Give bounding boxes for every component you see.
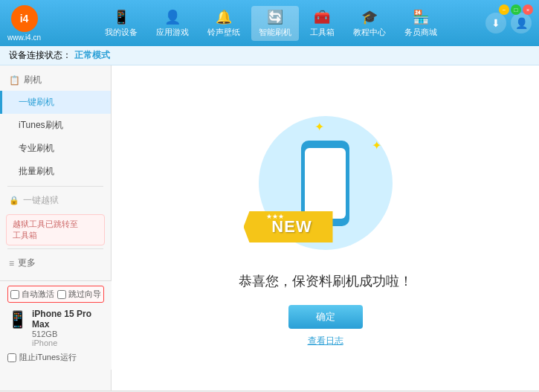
itunes-label: 阻止iTunes运行	[19, 352, 77, 363]
logo-icon: i4	[11, 5, 38, 32]
header-right: ⬇ 👤	[485, 13, 532, 33]
jailbreak-warning: 越狱工具已跳转至 工具箱	[6, 214, 105, 245]
device-storage: 512GB	[32, 330, 104, 338]
nav-service-label: 务员商城	[404, 27, 437, 38]
log-link[interactable]: 查看日志	[308, 335, 343, 347]
content-area: ✦ ✦ ✦ NEW ★★★ 恭喜您，保资料刷机成功啦！ 确定 查看日志	[112, 65, 539, 391]
logo: i4 www.i4.cn	[7, 5, 41, 42]
sidebar-item-batch-flash[interactable]: 批量刷机	[0, 160, 111, 183]
sidebar-item-pro-flash[interactable]: 专业刷机	[0, 137, 111, 160]
new-ribbon: NEW ★★★	[244, 211, 333, 242]
nav-tutorial-label: 教程中心	[353, 27, 386, 38]
nav-app-game-label: 应用游戏	[156, 27, 189, 38]
auto-activate-label: 自动激活	[22, 289, 54, 300]
nav-bar: 📱 我的设备 👤 应用游戏 🔔 铃声壁纸 🔄 智能刷机 🧰 工具箱 🎓 教程中心…	[56, 6, 485, 41]
itunes-row: 阻止iTunes运行	[7, 350, 104, 365]
nav-tutorial[interactable]: 🎓 教程中心	[346, 6, 393, 41]
device-details: iPhone 15 Pro Max 512GB iPhone	[32, 309, 104, 347]
my-device-icon: 📱	[113, 9, 129, 25]
phone-screen	[305, 148, 346, 219]
jailbreak-disabled: 🔒 一键越狱	[0, 190, 111, 211]
service-icon: 🏪	[413, 9, 429, 25]
smart-flash-icon: 🔄	[267, 9, 283, 25]
nav-ringtone[interactable]: 🔔 铃声壁纸	[200, 6, 248, 41]
guide-activate-input[interactable]	[57, 290, 66, 299]
phone-illustration: ✦ ✦ ✦ NEW ★★★	[251, 109, 400, 257]
device-name: iPhone 15 Pro Max	[32, 309, 104, 330]
one-key-flash-label: 一键刷机	[19, 97, 54, 107]
sparkle-2: ✦	[372, 138, 381, 152]
toolbox-icon: 🧰	[314, 9, 330, 25]
guide-activate-label: 跳过向导	[68, 289, 101, 300]
logo-text: www.i4.cn	[7, 33, 41, 42]
nav-my-device-label: 我的设备	[105, 27, 138, 38]
auto-check-row: 自动激活 跳过向导	[7, 286, 104, 303]
confirm-button[interactable]: 确定	[288, 305, 363, 329]
flash-section-icon: 📋	[9, 75, 20, 86]
nav-app-game[interactable]: 👤 应用游戏	[149, 6, 196, 41]
more-section-label: 更多	[18, 257, 36, 269]
window-maximize-button[interactable]: □	[511, 4, 521, 15]
auto-activate-input[interactable]	[10, 290, 19, 299]
pro-flash-label: 专业刷机	[19, 143, 54, 153]
connection-status-bar: 设备连接状态： 正常模式	[0, 46, 539, 65]
nav-toolbox[interactable]: 🧰 工具箱	[303, 6, 342, 41]
device-type: iPhone	[32, 338, 104, 347]
lock-icon: 🔒	[9, 196, 19, 205]
nav-toolbox-label: 工具箱	[310, 27, 335, 38]
ringtone-icon: 🔔	[216, 9, 232, 25]
success-illustration: ✦ ✦ ✦ NEW ★★★ 恭喜您，保资料刷机成功啦！ 确定 查看日志	[239, 109, 413, 347]
divider-1	[7, 186, 103, 187]
device-info: 📱 iPhone 15 Pro Max 512GB iPhone	[7, 306, 104, 350]
status-label: 设备连接状态：	[9, 49, 71, 62]
sparkle-1: ✦	[314, 120, 324, 134]
nav-smart-flash-label: 智能刷机	[259, 27, 291, 38]
success-title: 恭喜您，保资料刷机成功啦！	[239, 272, 413, 290]
nav-my-device[interactable]: 📱 我的设备	[97, 6, 145, 41]
guide-activate-checkbox[interactable]: 跳过向导	[57, 289, 101, 300]
itunes-checkbox[interactable]	[7, 353, 16, 362]
sidebar-item-itunes-flash[interactable]: iTunes刷机	[0, 114, 111, 137]
nav-smart-flash[interactable]: 🔄 智能刷机	[251, 6, 299, 41]
user-button[interactable]: 👤	[511, 13, 532, 33]
status-value: 正常模式	[74, 49, 110, 62]
flash-section-label: 刷机	[24, 74, 42, 86]
window-minimize-button[interactable]: −	[499, 4, 509, 15]
ribbon-stars: ★★★	[266, 213, 284, 220]
divider-2	[7, 248, 103, 249]
app-header: i4 www.i4.cn 📱 我的设备 👤 应用游戏 🔔 铃声壁纸 🔄 智能刷机…	[0, 0, 539, 46]
device-phone-icon: 📱	[7, 310, 28, 330]
window-close-button[interactable]: ×	[523, 4, 533, 15]
flash-section-header: 📋 刷机	[0, 69, 111, 91]
sidebar: 📋 刷机 一键刷机 iTunes刷机 专业刷机 批量刷机 🔒 一键越狱	[0, 65, 112, 391]
auto-activate-checkbox[interactable]: 自动激活	[10, 289, 54, 300]
nav-service[interactable]: 🏪 务员商城	[397, 6, 445, 41]
tutorial-icon: 🎓	[361, 9, 378, 25]
main-area: 📋 刷机 一键刷机 iTunes刷机 专业刷机 批量刷机 🔒 一键越狱	[0, 65, 539, 391]
batch-flash-label: 批量刷机	[19, 166, 54, 176]
download-button[interactable]: ⬇	[485, 13, 506, 33]
more-section-header: ≡ 更多	[0, 252, 111, 274]
app-game-icon: 👤	[164, 9, 181, 25]
device-panel: 自动激活 跳过向导 📱 iPhone 15 Pro Max 512GB iPho…	[0, 280, 112, 370]
itunes-flash-label: iTunes刷机	[19, 120, 63, 130]
warning-text: 越狱工具已跳转至 工具箱	[13, 219, 78, 240]
more-section-icon: ≡	[9, 258, 14, 269]
sidebar-item-one-key-flash[interactable]: 一键刷机	[0, 91, 111, 114]
jailbreak-label: 一键越狱	[23, 194, 59, 207]
nav-ringtone-label: 铃声壁纸	[207, 27, 240, 38]
